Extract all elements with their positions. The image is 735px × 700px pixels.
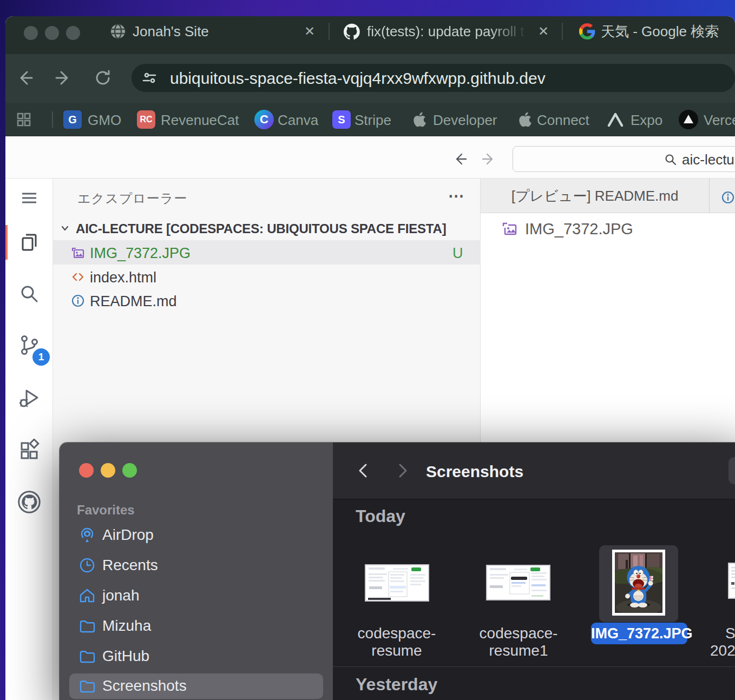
sidebar-item-airdrop[interactable]: AirDrop [102, 526, 154, 544]
sidebar-item-jonah[interactable]: jonah [102, 586, 140, 605]
file-label-line: resume [371, 642, 422, 659]
expo-icon [606, 111, 625, 128]
favicon-letter: RC [140, 115, 152, 124]
sidebar-item-screenshots[interactable]: Screenshots [102, 677, 187, 695]
active-view-indicator [5, 225, 8, 260]
sidebar-item-mizuha[interactable]: Mizuha [102, 617, 151, 635]
file-thumbnail[interactable] [486, 565, 550, 600]
finder-forward-icon[interactable] [393, 462, 411, 479]
run-debug-icon[interactable] [17, 386, 41, 410]
tab-close-icon[interactable]: ✕ [538, 24, 549, 39]
tab-divider [329, 23, 330, 40]
photo-thumbnail[interactable] [612, 550, 665, 616]
explorer-title: エクスプローラー [77, 191, 187, 206]
explorer-root-row[interactable]: AIC-LECTURE [CODESPACES: UBIQUITOUS SPAC… [53, 216, 481, 240]
info-icon[interactable] [721, 190, 735, 204]
file-name: IMG_7372.JPG [90, 244, 191, 262]
broken-image-icon [501, 220, 519, 237]
finder-close-button[interactable] [79, 463, 94, 478]
file-name: index.html [90, 268, 156, 287]
apple-icon [411, 111, 426, 128]
explorer-more-icon[interactable]: ⋯ [448, 187, 464, 205]
bookmark-expo[interactable]: Expo [631, 111, 662, 129]
bookmark-stripe[interactable]: Stripe [355, 111, 391, 129]
section-header-yesterday: Yesterday [356, 674, 437, 695]
file-row-readme[interactable]: README.md [53, 288, 481, 313]
explorer-icon[interactable] [17, 230, 41, 254]
file-label[interactable]: codespace-resume1 [464, 625, 573, 659]
home-icon [78, 587, 96, 604]
file-row-index[interactable]: index.html [53, 265, 481, 289]
tab-close-icon[interactable]: ✕ [304, 24, 315, 39]
search-view-icon[interactable] [17, 282, 41, 306]
sidebar-item-github[interactable]: GitHub [102, 647, 149, 665]
finder-minimize-button[interactable] [101, 463, 115, 478]
tab-readme-preview[interactable]: [プレビュー] README.md [481, 179, 710, 213]
github-icon [344, 23, 360, 39]
file-row-img[interactable]: IMG_7372.JPG U [53, 240, 481, 265]
file-label[interactable]: codespace-resume [343, 625, 451, 659]
vscode-back-icon[interactable] [452, 151, 468, 167]
window-minimize-button[interactable] [45, 26, 59, 40]
file-label-line: resume1 [489, 642, 548, 659]
back-icon[interactable] [16, 69, 34, 87]
file-thumbnail[interactable] [728, 563, 735, 599]
vscode-forward-icon[interactable] [481, 151, 497, 167]
window-close-button[interactable] [24, 26, 38, 40]
tab-jonahs-site[interactable]: Jonah's Site [133, 23, 209, 40]
menu-icon[interactable] [17, 186, 41, 210]
vercel-icon [679, 110, 698, 129]
airdrop-icon [78, 526, 96, 544]
apple-icon [517, 111, 532, 128]
bookmarks-divider [52, 111, 53, 128]
finder-sidebar [60, 443, 333, 700]
bookmark-revenuecat[interactable]: RevenueCat [161, 111, 239, 129]
file-label-partial[interactable]: Sc [725, 625, 735, 642]
image-icon [71, 246, 85, 260]
site-settings-icon[interactable] [142, 71, 156, 85]
chevron-down-icon [60, 223, 70, 234]
github-view-icon[interactable] [17, 490, 41, 514]
bookmark-vercel[interactable]: Verce [704, 111, 735, 129]
favicon-letter: S [338, 114, 345, 126]
markdown-image-alt: IMG_7372.JPG [525, 220, 633, 238]
bookmark-connect[interactable]: Connect [537, 111, 589, 129]
file-label-line: codespace- [358, 625, 436, 642]
bookmark-developer[interactable]: Developer [433, 111, 497, 129]
tab-google-search[interactable]: 天気 - Google 検索 [601, 23, 719, 40]
info-icon [71, 294, 85, 308]
desktop: Jonah's Site ✕ fix(tests): update payrol… [0, 0, 735, 700]
root-folder-label: AIC-LECTURE [CODESPACES: UBIQUITOUS SPAC… [76, 221, 446, 236]
bookmark-gmo[interactable]: GMO [88, 111, 121, 129]
tab-divider [562, 23, 563, 40]
sidebar-item-recents[interactable]: Recents [102, 556, 158, 574]
section-divider [333, 666, 735, 667]
section-header-today: Today [356, 506, 405, 526]
file-name: README.md [90, 292, 177, 311]
finder-title: Screenshots [426, 462, 523, 481]
file-label-partial[interactable]: 2025 [710, 642, 735, 659]
file-thumbnail[interactable] [365, 564, 429, 602]
finder-zoom-button[interactable] [122, 463, 137, 478]
bookmark-favicon-revenuecat: RC [137, 110, 155, 129]
address-url[interactable]: ubiquitous-space-fiesta-vqjq4rxx9wfxwpp.… [170, 69, 546, 88]
search-icon [664, 153, 677, 166]
forward-icon[interactable] [54, 69, 73, 87]
reload-icon[interactable] [94, 69, 112, 87]
favicon-letter: C [260, 113, 268, 127]
finder-back-icon[interactable] [355, 462, 372, 479]
bookmark-canva[interactable]: Canva [278, 111, 318, 129]
apps-grid-icon[interactable] [16, 112, 31, 127]
window-zoom-button[interactable] [66, 26, 80, 40]
folder-icon [78, 677, 96, 695]
tab-github-pr[interactable]: fix(tests): update payroll t [367, 23, 530, 40]
folder-icon [78, 648, 96, 665]
finder-content: Today codespace-resume codespace-resume1 [333, 499, 735, 700]
bookmark-favicon-stripe: S [332, 110, 351, 129]
selected-file-name[interactable]: IMG_7372.JPG [591, 623, 687, 644]
google-icon [579, 23, 595, 39]
finder-window: Favorites AirDrop Recents jonah Mizuha G… [60, 443, 735, 700]
extensions-icon[interactable] [17, 439, 41, 463]
finder-toolbar-control[interactable] [729, 457, 735, 484]
vscode-search-value[interactable]: aic-lectu [682, 151, 734, 168]
